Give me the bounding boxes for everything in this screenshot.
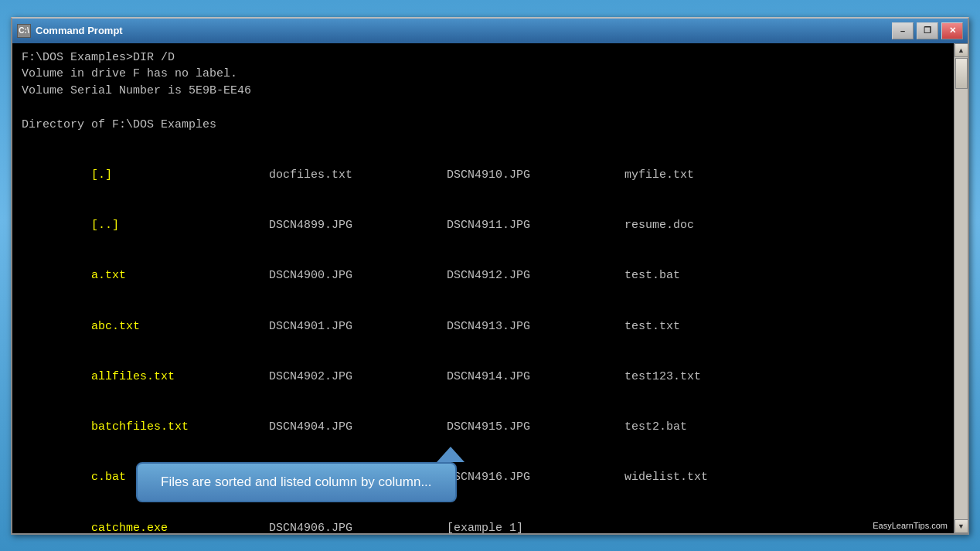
col4-row6: test2.bat [624, 419, 802, 436]
scrollbar[interactable]: ▲ ▼ [954, 43, 968, 533]
file-row-4: abc.txtDSCN4901.JPGDSCN4913.JPGtest.txt [22, 301, 944, 352]
col1-row1: [.] [91, 167, 269, 184]
terminal-area[interactable]: F:\DOS Examples>DIR /D Volume in drive F… [12, 43, 954, 533]
file-row-1: [.]docfiles.txtDSCN4910.JPGmyfile.txt [22, 150, 944, 200]
col2-row3: DSCN4900.JPG [269, 267, 447, 284]
col3-row4: DSCN4913.JPG [447, 318, 624, 335]
title-bar-left: C:\ Command Prompt [17, 24, 123, 38]
minimize-button[interactable]: – [892, 22, 914, 39]
blank-line2 [22, 133, 944, 150]
window-controls: – ❐ ✕ [892, 22, 963, 39]
col1-row6: batchfiles.txt [91, 419, 269, 436]
file-row-8: catchme.exeDSCN4906.JPG[example 1] [22, 503, 944, 533]
restore-button[interactable]: ❐ [917, 22, 938, 39]
volume-line2: Volume Serial Number is 5E9B-EE46 [22, 83, 944, 100]
tooltip-container: Files are sorted and listed column by co… [136, 447, 457, 502]
scroll-track[interactable] [954, 57, 968, 519]
cmd-window: C:\ Command Prompt – ❐ ✕ F:\DOS Examples… [11, 17, 969, 535]
tooltip-text: Files are sorted and listed column by co… [161, 474, 432, 489]
cmd-icon: C:\ [17, 24, 31, 38]
col3-row3: DSCN4912.JPG [447, 267, 624, 284]
col2-row5: DSCN4902.JPG [269, 369, 447, 386]
col1-row4: abc.txt [91, 318, 269, 335]
tooltip-box: Files are sorted and listed column by co… [136, 462, 457, 502]
window-body: F:\DOS Examples>DIR /D Volume in drive F… [12, 43, 968, 533]
col1-row8: catchme.exe [91, 520, 269, 533]
col4-row1: myfile.txt [624, 167, 802, 184]
directory-line: Directory of F:\DOS Examples [22, 117, 944, 134]
col2-row1: docfiles.txt [269, 167, 447, 184]
col3-row5: DSCN4914.JPG [447, 369, 624, 386]
volume-line1: Volume in drive F has no label. [22, 66, 944, 83]
title-bar: C:\ Command Prompt – ❐ ✕ [12, 19, 968, 43]
file-row-3: a.txtDSCN4900.JPGDSCN4912.JPGtest.bat [22, 251, 944, 301]
col4-row4: test.txt [624, 318, 802, 335]
file-row-5: allfiles.txtDSCN4902.JPGDSCN4914.JPGtest… [22, 352, 944, 402]
cmd-prompt-line: F:\DOS Examples>DIR /D [22, 49, 944, 66]
blank-line1 [22, 100, 944, 117]
col3-row1: DSCN4910.JPG [447, 167, 624, 184]
scroll-up-button[interactable]: ▲ [954, 43, 968, 57]
col3-row2: DSCN4911.JPG [447, 217, 624, 234]
col3-row6: DSCN4915.JPG [447, 419, 624, 436]
col1-row3: a.txt [91, 267, 269, 284]
tooltip-arrow [437, 447, 464, 462]
col4-row2: resume.doc [624, 217, 802, 234]
col3-row8: [example 1] [447, 520, 624, 533]
scroll-down-button[interactable]: ▼ [954, 519, 968, 533]
col4-row5: test123.txt [624, 369, 802, 386]
col1-row5: allfiles.txt [91, 369, 269, 386]
file-row-2: [..]DSCN4899.JPGDSCN4911.JPGresume.doc [22, 200, 944, 250]
watermark: EasyLearnTips.com [873, 521, 948, 530]
close-button[interactable]: ✕ [941, 22, 963, 39]
col2-row8: DSCN4906.JPG [269, 520, 447, 533]
col2-row6: DSCN4904.JPG [269, 419, 447, 436]
col4-row3: test.bat [624, 267, 802, 284]
col4-row7: widelist.txt [624, 469, 802, 486]
col2-row4: DSCN4901.JPG [269, 318, 447, 335]
scroll-thumb[interactable] [955, 58, 968, 89]
window-title: Command Prompt [36, 25, 123, 36]
col2-row2: DSCN4899.JPG [269, 217, 447, 234]
file-row-6: batchfiles.txtDSCN4904.JPGDSCN4915.JPGte… [22, 402, 944, 452]
col1-row2: [..] [91, 217, 269, 234]
col3-row7: DSCN4916.JPG [447, 469, 624, 486]
